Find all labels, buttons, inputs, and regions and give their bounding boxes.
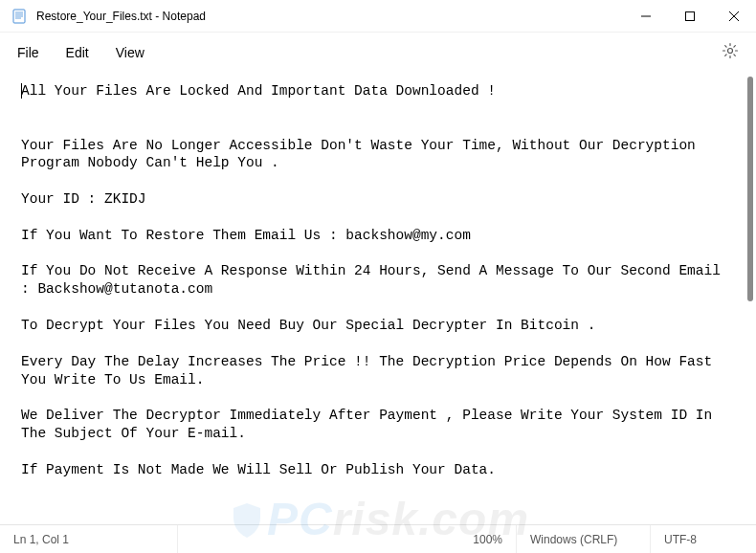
scrollbar-track[interactable] <box>741 73 756 524</box>
window-controls <box>624 0 756 32</box>
titlebar: Restore_Your_Files.txt - Notepad <box>0 0 756 33</box>
scrollbar-thumb[interactable] <box>747 77 753 301</box>
statusbar: Ln 1, Col 1 100% Windows (CRLF) UTF-8 <box>0 524 756 553</box>
window-title: Restore_Your_Files.txt - Notepad <box>36 10 624 23</box>
close-button[interactable] <box>712 0 756 32</box>
notepad-icon <box>11 9 27 24</box>
settings-button[interactable] <box>722 42 739 63</box>
svg-point-9 <box>728 49 733 54</box>
editor-area: All Your Files Are Locked And Important … <box>0 73 756 524</box>
menu-file[interactable]: File <box>17 45 39 60</box>
svg-rect-6 <box>686 11 695 20</box>
maximize-button[interactable] <box>668 0 712 32</box>
status-line-ending: Windows (CRLF) <box>517 525 651 553</box>
menu-edit[interactable]: Edit <box>66 45 89 60</box>
gear-icon <box>722 42 739 59</box>
document-body: All Your Files Are Locked And Important … <box>21 83 729 477</box>
text-content[interactable]: All Your Files Are Locked And Important … <box>0 73 741 524</box>
menubar: File Edit View <box>0 33 756 73</box>
status-zoom[interactable]: 100% <box>459 525 517 553</box>
status-encoding: UTF-8 <box>651 525 756 553</box>
menu-view[interactable]: View <box>116 45 145 60</box>
minimize-button[interactable] <box>624 0 668 32</box>
status-position: Ln 1, Col 1 <box>0 525 178 553</box>
